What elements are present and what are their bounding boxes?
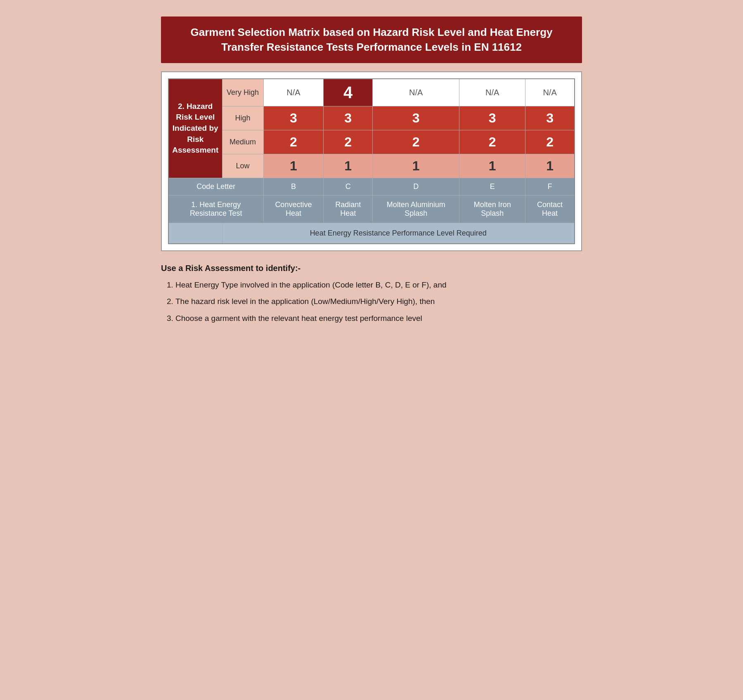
hazard-label-cell: 2. Hazard Risk Level Indicated by Risk A… (168, 79, 222, 178)
main-container: Garment Selection Matrix based on Hazard… (153, 8, 590, 342)
matrix-table: 2. Hazard Risk Level Indicated by Risk A… (168, 78, 575, 244)
high-f: 3 (525, 106, 575, 130)
table-row-high: High 3 3 3 3 3 (168, 106, 575, 130)
code-letter-e: E (459, 178, 525, 195)
code-letter-c: C (324, 178, 373, 195)
instruction-item-3: Choose a garment with the relevant heat … (175, 313, 582, 325)
high-e: 3 (459, 106, 525, 130)
heat-test-f: Contact Heat (525, 195, 575, 223)
risk-level-medium: Medium (222, 130, 263, 154)
medium-f: 2 (525, 130, 575, 154)
low-d: 1 (373, 154, 459, 178)
very-high-c: 4 (324, 79, 373, 106)
performance-spacer (168, 223, 222, 244)
heat-test-row: 1. Heat Energy Resistance Test Convectiv… (168, 195, 575, 223)
low-c: 1 (324, 154, 373, 178)
risk-level-high: High (222, 106, 263, 130)
table-row-medium: Medium 2 2 2 2 2 (168, 130, 575, 154)
heat-test-e: Molten Iron Splash (459, 195, 525, 223)
heat-test-d: Molten Aluminium Splash (373, 195, 459, 223)
page-title: Garment Selection Matrix based on Hazard… (161, 16, 582, 63)
table-wrapper: 2. Hazard Risk Level Indicated by Risk A… (161, 71, 582, 251)
medium-b: 2 (263, 130, 324, 154)
heat-test-c: Radiant Heat (324, 195, 373, 223)
code-letter-row: Code Letter B C D E F (168, 178, 575, 195)
code-letter-b: B (263, 178, 324, 195)
heat-test-label: 1. Heat Energy Resistance Test (168, 195, 263, 223)
code-letter-label: Code Letter (168, 178, 263, 195)
medium-c: 2 (324, 130, 373, 154)
risk-level-low: Low (222, 154, 263, 178)
instructions-section: Use a Risk Assessment to identify:- Heat… (161, 259, 582, 334)
heat-test-b: Convective Heat (263, 195, 324, 223)
low-b: 1 (263, 154, 324, 178)
performance-label: Heat Energy Resistance Performance Level… (222, 223, 575, 244)
instructions-list: Heat Energy Type involved in the applica… (161, 279, 582, 325)
instruction-item-2: The hazard risk level in the application… (175, 296, 582, 308)
instructions-intro: Use a Risk Assessment to identify:- (161, 264, 582, 273)
risk-level-very-high: Very High (222, 79, 263, 106)
very-high-d: N/A (373, 79, 459, 106)
table-row-very-high: 2. Hazard Risk Level Indicated by Risk A… (168, 79, 575, 106)
very-high-e: N/A (459, 79, 525, 106)
low-f: 1 (525, 154, 575, 178)
very-high-b: N/A (263, 79, 324, 106)
table-row-low: Low 1 1 1 1 1 (168, 154, 575, 178)
high-c: 3 (324, 106, 373, 130)
low-e: 1 (459, 154, 525, 178)
performance-row: Heat Energy Resistance Performance Level… (168, 223, 575, 244)
medium-d: 2 (373, 130, 459, 154)
high-d: 3 (373, 106, 459, 130)
medium-e: 2 (459, 130, 525, 154)
code-letter-f: F (525, 178, 575, 195)
instruction-item-1: Heat Energy Type involved in the applica… (175, 279, 582, 291)
code-letter-d: D (373, 178, 459, 195)
very-high-f: N/A (525, 79, 575, 106)
high-b: 3 (263, 106, 324, 130)
